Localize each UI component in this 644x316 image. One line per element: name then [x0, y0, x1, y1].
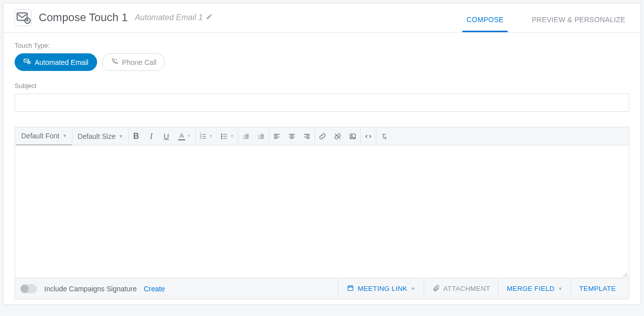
- chevron-down-icon: ▼: [209, 134, 213, 138]
- edit-name-icon[interactable]: [206, 13, 213, 22]
- page-title: Compose Touch 1: [39, 11, 128, 24]
- panel-header: Compose Touch 1 Automated Email 1 COMPOS…: [4, 4, 640, 33]
- indent-button[interactable]: [254, 127, 269, 145]
- svg-rect-18: [348, 286, 353, 290]
- align-left-button[interactable]: [269, 127, 284, 145]
- attachment-label: ATTACHMENT: [443, 285, 490, 292]
- svg-point-13: [625, 276, 626, 277]
- calendar-icon: [347, 284, 354, 293]
- italic-button[interactable]: I: [144, 127, 159, 145]
- subject-input[interactable]: [15, 94, 629, 112]
- subject-label: Subject: [15, 82, 629, 90]
- signature-label: Include Campaigns Signature: [44, 285, 137, 293]
- svg-point-17: [625, 274, 626, 275]
- chevron-down-icon: ▼: [62, 133, 67, 138]
- code-view-button[interactable]: [361, 127, 376, 145]
- compose-panel: Compose Touch 1 Automated Email 1 COMPOS…: [3, 3, 641, 305]
- svg-point-11: [351, 135, 352, 136]
- bold-button[interactable]: B: [129, 127, 144, 145]
- template-label: TEMPLATE: [579, 285, 616, 292]
- create-signature-link[interactable]: Create: [144, 285, 165, 293]
- font-color-button[interactable]: A ▼: [174, 127, 195, 145]
- font-family-select[interactable]: Default Font ▼: [16, 127, 72, 145]
- header-left: Compose Touch 1 Automated Email 1: [15, 9, 213, 32]
- align-right-button[interactable]: [299, 127, 314, 145]
- phone-icon: [111, 57, 119, 67]
- svg-point-9: [221, 138, 222, 139]
- attachment-button[interactable]: ATTACHMENT: [424, 278, 498, 299]
- svg-text:3: 3: [200, 137, 201, 139]
- chevron-down-icon: ▼: [558, 286, 562, 291]
- template-button[interactable]: TEMPLATE: [571, 278, 624, 299]
- touch-type-row: Automated Email Phone Call: [15, 53, 629, 71]
- tab-compose[interactable]: COMPOSE: [462, 9, 508, 32]
- underline-button[interactable]: U: [159, 127, 174, 145]
- merge-field-label: MERGE FIELD: [507, 285, 554, 292]
- tab-preview[interactable]: PREVIEW & PERSONALIZE: [528, 9, 629, 32]
- rich-text-editor: Default Font ▼ Default Size ▼ B I U: [15, 127, 629, 299]
- svg-point-16: [626, 273, 627, 274]
- merge-field-button[interactable]: MERGE FIELD ▼: [498, 278, 571, 299]
- chevron-down-icon: ▼: [411, 286, 416, 291]
- unordered-list-button[interactable]: ▼: [217, 127, 238, 145]
- outdent-button[interactable]: [238, 127, 254, 145]
- svg-point-14: [626, 274, 627, 275]
- chevron-down-icon: ▼: [187, 134, 191, 138]
- clear-formatting-button[interactable]: [376, 127, 391, 145]
- font-family-label: Default Font: [21, 132, 59, 140]
- svg-point-12: [626, 276, 627, 277]
- chevron-down-icon: ▼: [119, 134, 123, 139]
- font-size-select[interactable]: Default Size ▼: [72, 127, 128, 145]
- resize-grip-icon[interactable]: [622, 271, 628, 277]
- touch-type-phone-call[interactable]: Phone Call: [102, 53, 166, 71]
- panel-body: Touch Type: Automated Email: [4, 33, 640, 304]
- attachment-icon: [432, 284, 440, 293]
- footer-left: Include Campaigns Signature Create: [20, 284, 165, 293]
- subtitle-text: Automated Email 1: [135, 13, 203, 22]
- footer-right: MEETING LINK ▼ ATTACHMENT MERGE FIELD ▼: [338, 278, 624, 299]
- chevron-down-icon: ▼: [230, 134, 234, 138]
- touch-type-automated-email[interactable]: Automated Email: [15, 53, 97, 71]
- touch-email-icon: [15, 9, 32, 26]
- svg-point-15: [623, 276, 624, 277]
- ordered-list-button[interactable]: 123 ▼: [196, 127, 217, 145]
- subtitle-group[interactable]: Automated Email 1: [135, 13, 213, 22]
- meeting-link-button[interactable]: MEETING LINK ▼: [338, 278, 424, 299]
- meeting-link-label: MEETING LINK: [358, 285, 408, 292]
- font-size-label: Default Size: [77, 132, 115, 140]
- header-tabs: COMPOSE PREVIEW & PERSONALIZE: [462, 9, 629, 32]
- touch-type-automated-email-label: Automated Email: [35, 58, 89, 66]
- touch-type-label: Touch Type:: [15, 42, 629, 49]
- signature-toggle[interactable]: [20, 284, 37, 293]
- svg-point-7: [221, 134, 222, 135]
- editor-footer: Include Campaigns Signature Create MEETI…: [15, 278, 629, 299]
- svg-point-8: [221, 136, 222, 137]
- editor-content-area[interactable]: [15, 145, 629, 278]
- email-clock-icon: [23, 57, 31, 67]
- insert-image-button[interactable]: [345, 127, 360, 145]
- touch-type-phone-call-label: Phone Call: [122, 58, 157, 66]
- editor-toolbar: Default Font ▼ Default Size ▼ B I U: [15, 127, 629, 145]
- insert-link-button[interactable]: [315, 127, 330, 145]
- remove-link-button[interactable]: [330, 127, 345, 145]
- align-center-button[interactable]: [284, 127, 299, 145]
